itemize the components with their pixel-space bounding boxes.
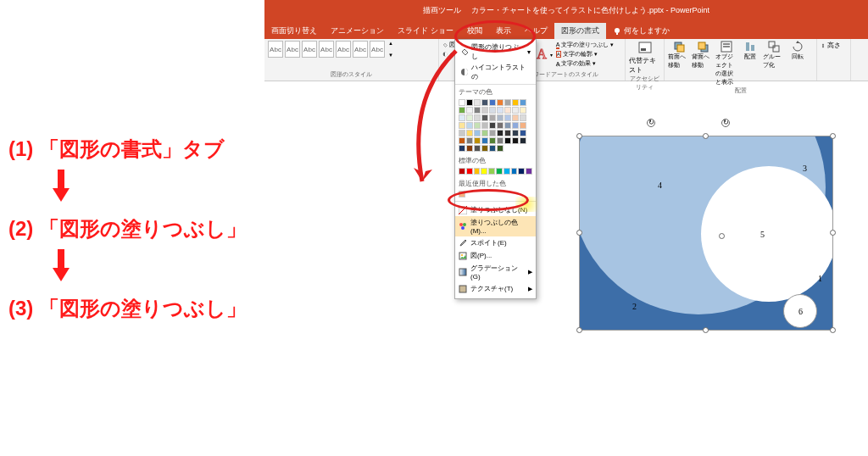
color-swatch[interactable]: [474, 114, 481, 121]
resize-handle[interactable]: [830, 327, 836, 333]
color-swatch[interactable]: [520, 107, 526, 114]
style-preset[interactable]: Abc: [268, 41, 283, 58]
color-swatch[interactable]: [489, 99, 496, 106]
color-swatch[interactable]: [489, 137, 496, 144]
color-swatch[interactable]: [520, 130, 526, 136]
color-swatch[interactable]: [489, 114, 496, 121]
tab-transitions[interactable]: 画面切り替え: [264, 23, 324, 39]
tab-slideshow[interactable]: スライド ショー: [391, 23, 460, 39]
color-swatch[interactable]: [504, 137, 511, 144]
color-swatch[interactable]: [518, 168, 525, 175]
rotate-button[interactable]: 回転: [787, 41, 809, 86]
align-button[interactable]: 配置: [739, 41, 761, 86]
tab-view[interactable]: 表示: [489, 23, 518, 39]
color-swatch[interactable]: [504, 107, 511, 114]
color-swatch[interactable]: [497, 145, 504, 152]
resize-handle[interactable]: [703, 327, 709, 333]
color-swatch[interactable]: [497, 99, 504, 106]
tab-help[interactable]: ヘルプ: [518, 23, 554, 39]
selection-pane-button[interactable]: オブジェクトの選択と表示: [715, 41, 737, 86]
height-field[interactable]: 高さ: [821, 41, 847, 50]
expand-icon[interactable]: ▾: [550, 52, 553, 58]
color-swatch[interactable]: [459, 168, 465, 175]
color-swatch[interactable]: [520, 122, 526, 129]
color-swatch[interactable]: [512, 122, 519, 129]
color-swatch[interactable]: [474, 99, 481, 106]
wordart-preset[interactable]: A: [537, 47, 547, 62]
rotation-handle[interactable]: [647, 119, 655, 127]
color-swatch[interactable]: [520, 99, 526, 106]
resize-handle[interactable]: [576, 133, 582, 139]
color-swatch[interactable]: [520, 114, 526, 121]
resize-handle[interactable]: [830, 230, 836, 236]
color-swatch[interactable]: [481, 99, 488, 106]
color-swatch[interactable]: [459, 114, 465, 121]
picture-fill-item[interactable]: 図(P)...: [455, 249, 536, 262]
color-swatch[interactable]: [481, 168, 487, 175]
color-swatch[interactable]: [466, 168, 473, 175]
color-swatch[interactable]: [474, 122, 481, 129]
resize-handle[interactable]: [576, 230, 582, 236]
eyedropper-item[interactable]: スポイト(E): [455, 236, 536, 249]
color-swatch[interactable]: [466, 99, 473, 106]
color-swatch[interactable]: [504, 114, 511, 121]
color-swatch[interactable]: [504, 99, 511, 106]
resize-handle[interactable]: [830, 133, 836, 139]
rotation-handle[interactable]: [721, 119, 730, 127]
gradient-fill-item[interactable]: グラデーション(G) ▶: [455, 262, 536, 282]
shape-fill-row[interactable]: 図形の塗りつぶし ▾: [459, 42, 532, 62]
color-swatch[interactable]: [466, 145, 473, 152]
color-swatch[interactable]: [474, 130, 481, 136]
color-swatch[interactable]: [512, 114, 519, 121]
tab-tell-me[interactable]: 何をしますか: [606, 23, 676, 39]
color-swatch[interactable]: [512, 99, 519, 106]
scroll-down-icon[interactable]: ▼: [388, 53, 393, 58]
high-contrast-row[interactable]: ハイコントラストの: [459, 62, 532, 82]
color-swatch[interactable]: [489, 145, 496, 152]
color-swatch[interactable]: [459, 107, 465, 114]
color-swatch[interactable]: [474, 168, 481, 175]
text-fill-button[interactable]: A文字の塗りつぶし ▾: [556, 41, 615, 49]
tab-review[interactable]: 校閲: [460, 23, 489, 39]
text-outline-button[interactable]: A文字の輪郭 ▾: [556, 50, 615, 58]
color-swatch[interactable]: [496, 168, 503, 175]
color-swatch[interactable]: [459, 122, 465, 129]
color-swatch[interactable]: [466, 137, 473, 144]
color-swatch[interactable]: [459, 130, 465, 136]
color-swatch[interactable]: [497, 107, 504, 114]
color-swatch[interactable]: [474, 145, 481, 152]
color-swatch[interactable]: [512, 107, 519, 114]
no-fill-item[interactable]: 塗りつぶしなし(N): [455, 203, 536, 216]
texture-fill-item[interactable]: テクスチャ(T) ▶: [455, 282, 536, 295]
color-swatch[interactable]: [459, 137, 465, 144]
more-fill-colors-item[interactable]: 塗りつぶしの色(M)...: [455, 216, 536, 236]
text-effects-button[interactable]: A文字の効果 ▾: [556, 59, 615, 68]
tab-animations[interactable]: アニメーション: [324, 23, 391, 39]
color-swatch[interactable]: [466, 122, 473, 129]
color-swatch[interactable]: [504, 122, 511, 129]
color-swatch[interactable]: [459, 145, 465, 152]
slide-canvas[interactable]: 1 2 3 4 5 6: [570, 119, 842, 343]
color-swatch[interactable]: [512, 137, 519, 144]
color-swatch[interactable]: [511, 168, 518, 175]
color-swatch[interactable]: [489, 107, 496, 114]
color-swatch[interactable]: [481, 137, 488, 144]
color-swatch[interactable]: [466, 107, 473, 114]
color-swatch[interactable]: [489, 130, 496, 136]
scroll-up-icon[interactable]: ▲: [388, 41, 393, 46]
resize-handle[interactable]: [576, 327, 582, 333]
style-preset[interactable]: Abc: [353, 41, 368, 58]
color-swatch[interactable]: [459, 191, 465, 197]
color-swatch[interactable]: [504, 130, 511, 136]
resize-handle[interactable]: [719, 233, 725, 239]
color-swatch[interactable]: [481, 107, 488, 114]
style-preset[interactable]: Abc: [319, 41, 334, 58]
resize-handle[interactable]: [703, 133, 709, 139]
style-preset[interactable]: Abc: [285, 41, 300, 58]
color-swatch[interactable]: [489, 122, 496, 129]
selected-shape-group[interactable]: 1 2 3 4 5 6: [579, 136, 833, 331]
alt-text-button[interactable]: 代替テキスト: [629, 41, 660, 75]
color-swatch[interactable]: [526, 168, 532, 175]
color-swatch[interactable]: [481, 122, 488, 129]
style-preset[interactable]: Abc: [302, 41, 317, 58]
